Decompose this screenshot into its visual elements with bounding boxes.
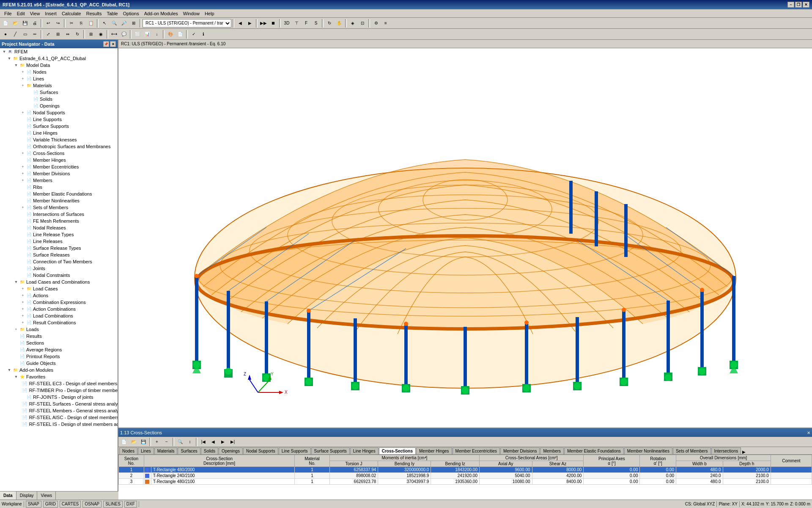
tree-members[interactable]: + 📄 Members bbox=[0, 177, 118, 184]
tree-surface-releases[interactable]: 📄 Surface Releases bbox=[0, 251, 118, 258]
tree-line-hinges[interactable]: 📄 Line Hinges bbox=[0, 130, 118, 136]
viewport-canvas[interactable]: X Y Z bbox=[118, 48, 812, 491]
menu-view[interactable]: View bbox=[27, 10, 43, 17]
tree-rf-steel-aisc[interactable]: 📄 RF-STEEL AISC - Design of steel member… bbox=[0, 414, 118, 421]
tree-estrade[interactable]: ▼ 📁 Estrade_6.4.1_QP_ACC_Dlubal bbox=[0, 55, 118, 62]
close-btn[interactable]: ✕ bbox=[803, 2, 809, 8]
menu-help[interactable]: Help bbox=[202, 10, 217, 17]
table-btn-save[interactable]: 💾 bbox=[139, 437, 148, 447]
tab-solids[interactable]: Solids bbox=[201, 447, 218, 454]
cartes-btn[interactable]: CARTES bbox=[60, 501, 81, 508]
btn-redo[interactable]: ↪ bbox=[53, 19, 63, 28]
btn-zoom-in[interactable]: 🔍 bbox=[110, 19, 119, 28]
tree-materials[interactable]: + 📁 Materials bbox=[0, 82, 118, 89]
tree-rf-steel-is[interactable]: 📄 RF-STEEL IS - Design of steel members … bbox=[0, 421, 118, 428]
nav-tab-views[interactable]: Views bbox=[37, 491, 56, 500]
restore-btn[interactable]: ❐ bbox=[795, 2, 802, 8]
tab-line-hinges[interactable]: Line Hinges bbox=[350, 447, 379, 454]
tree-sets-members[interactable]: + 📄 Sets of Members bbox=[0, 204, 118, 211]
osnap-btn[interactable]: OSNAP bbox=[82, 501, 102, 508]
tree-ribs[interactable]: 📄 Ribs bbox=[0, 184, 118, 190]
tab-lines[interactable]: Lines bbox=[138, 447, 154, 454]
tab-cross-sections[interactable]: Cross-Sections bbox=[379, 447, 416, 454]
tree-member-eccentricities[interactable]: + 📄 Member Eccentricities bbox=[0, 163, 118, 170]
tree-model-data[interactable]: ▼ 📁 Model Data bbox=[0, 62, 118, 69]
btn-legend[interactable]: 📄 bbox=[176, 30, 185, 39]
btn-move[interactable]: ⤢ bbox=[44, 30, 53, 39]
tree-results[interactable]: 📄 Results bbox=[0, 333, 118, 340]
tree-rf-timber[interactable]: 📄 RF-TIMBER Pro - Design of timber membe… bbox=[0, 387, 118, 394]
tab-member-nonlin[interactable]: Member Nonlinearities bbox=[624, 447, 672, 454]
btn-print[interactable]: 🖨 bbox=[30, 19, 39, 28]
btn-info[interactable]: ℹ bbox=[199, 30, 208, 39]
tab-openings[interactable]: Openings bbox=[219, 447, 243, 454]
tree-connection-two[interactable]: 📄 Connection of Two Members bbox=[0, 258, 118, 265]
tree-mem-nonlin[interactable]: 📄 Member Nonlinearities bbox=[0, 197, 118, 204]
btn-member[interactable]: ═ bbox=[30, 30, 39, 39]
tree-comb-expr[interactable]: + 📄 Combination Expressions bbox=[0, 299, 118, 306]
btn-cut[interactable]: ✂ bbox=[67, 19, 76, 28]
table-btn-sort[interactable]: ↕ bbox=[185, 437, 195, 447]
tab-member-eccentricities[interactable]: Member Eccentricities bbox=[453, 447, 500, 454]
tree-rf-steel-surf[interactable]: 📄 RF-STEEL Surfaces - General stress ana… bbox=[0, 400, 118, 407]
tree-guide-objects[interactable]: 📄 Guide Objects bbox=[0, 360, 118, 367]
tab-materials[interactable]: Materials bbox=[154, 447, 178, 454]
tree-nodal-constraints[interactable]: 📄 Nodal Constraints bbox=[0, 272, 118, 279]
table-row[interactable]: 2 T-Rectangle 240/2100 1 898008.02 18521… bbox=[119, 473, 812, 479]
btn-save[interactable]: 💾 bbox=[20, 19, 30, 28]
tree-line-release-types[interactable]: 📄 Line Release Types bbox=[0, 231, 118, 238]
btn-front-view[interactable]: F bbox=[302, 19, 311, 28]
tree-load-comb[interactable]: + 📄 Load Combinations bbox=[0, 312, 118, 319]
btn-run[interactable]: ▶▶ bbox=[259, 19, 268, 28]
table-close-icon[interactable]: ✕ bbox=[807, 431, 810, 435]
tree-printout[interactable]: 📄 Printout Reports bbox=[0, 353, 118, 360]
tab-nodal-supports[interactable]: Nodal Supports bbox=[243, 447, 278, 454]
tab-member-hinges[interactable]: Member Hinges bbox=[416, 447, 452, 454]
tree-favorites[interactable]: ▼ ⭐ Favorites bbox=[0, 373, 118, 380]
table-row[interactable]: 3 T-Rectangle 480/2100 1 6626923.78 3704… bbox=[119, 479, 812, 485]
btn-mirror[interactable]: ⇔ bbox=[63, 30, 72, 39]
menu-table[interactable]: Table bbox=[104, 10, 120, 17]
tree-line-supports[interactable]: 📄 Line Supports bbox=[0, 116, 118, 123]
tree-result-comb[interactable]: + 📄 Result Combinations bbox=[0, 319, 118, 326]
menu-options[interactable]: Options bbox=[121, 10, 142, 17]
btn-snap-grid[interactable]: ⊞ bbox=[86, 30, 96, 39]
table-btn-last[interactable]: ▶| bbox=[228, 437, 237, 447]
tree-rf-steel-mem[interactable]: 📄 RF-STEEL Members - General stress anal… bbox=[0, 407, 118, 414]
btn-next[interactable]: ▶ bbox=[245, 19, 255, 28]
table-btn-new[interactable]: 📄 bbox=[119, 437, 129, 447]
btn-copy2[interactable]: ⊞ bbox=[53, 30, 63, 39]
tree-loads[interactable]: + 📁 Loads bbox=[0, 326, 118, 333]
btn-display-result[interactable]: 📊 bbox=[143, 30, 152, 39]
minimize-btn[interactable]: − bbox=[787, 2, 794, 8]
tree-nodal-releases[interactable]: 📄 Nodal Releases bbox=[0, 224, 118, 231]
tab-surfaces[interactable]: Surfaces bbox=[178, 447, 200, 454]
menu-file[interactable]: File bbox=[2, 10, 14, 17]
tree-nodal-supports[interactable]: + 📄 Nodal Supports bbox=[0, 109, 118, 116]
tree-sections[interactable]: 📄 Sections bbox=[0, 340, 118, 346]
tree-avg-regions[interactable]: 📄 Average Regions bbox=[0, 346, 118, 353]
btn-undo[interactable]: ↩ bbox=[44, 19, 53, 28]
btn-wire[interactable]: ⊡ bbox=[358, 19, 367, 28]
table-btn-next[interactable]: ▶ bbox=[218, 437, 228, 447]
tree-cross-sections[interactable]: + 📄 Cross-Sections bbox=[0, 150, 118, 157]
menu-addon[interactable]: Add-on Modules bbox=[142, 10, 181, 17]
btn-rotate2[interactable]: ↻ bbox=[73, 30, 82, 39]
btn-pan[interactable]: ✋ bbox=[335, 19, 344, 28]
tree-line-releases[interactable]: 📄 Line Releases bbox=[0, 238, 118, 245]
btn-color-map[interactable]: 🎨 bbox=[166, 30, 175, 39]
tab-intersections[interactable]: Intersections bbox=[711, 447, 741, 454]
btn-surface[interactable]: ▭ bbox=[20, 30, 30, 39]
tree-rf-steel-ec3[interactable]: 📄 RF-STEEL EC3 - Design of steel members… bbox=[0, 380, 118, 387]
tree-intersections[interactable]: 📄 Intersections of Surfaces bbox=[0, 211, 118, 218]
tree-mem-elastic-found[interactable]: 📄 Member Elastic Foundations bbox=[0, 190, 118, 197]
btn-copy[interactable]: ⎘ bbox=[77, 19, 86, 28]
table-btn-open[interactable]: 📂 bbox=[129, 437, 138, 447]
tree-actions[interactable]: + 📄 Actions bbox=[0, 292, 118, 299]
tab-line-supports[interactable]: Line Supports bbox=[279, 447, 311, 454]
tree-orthotropic[interactable]: 📄 Orthotropic Surfaces and Membranes bbox=[0, 143, 118, 150]
btn-side-view[interactable]: S bbox=[311, 19, 321, 28]
tree-surfaces[interactable]: 📄 Surfaces bbox=[0, 89, 118, 96]
tree-load-cases[interactable]: + 📁 Load Cases bbox=[0, 285, 118, 292]
btn-check[interactable]: ✓ bbox=[189, 30, 198, 39]
